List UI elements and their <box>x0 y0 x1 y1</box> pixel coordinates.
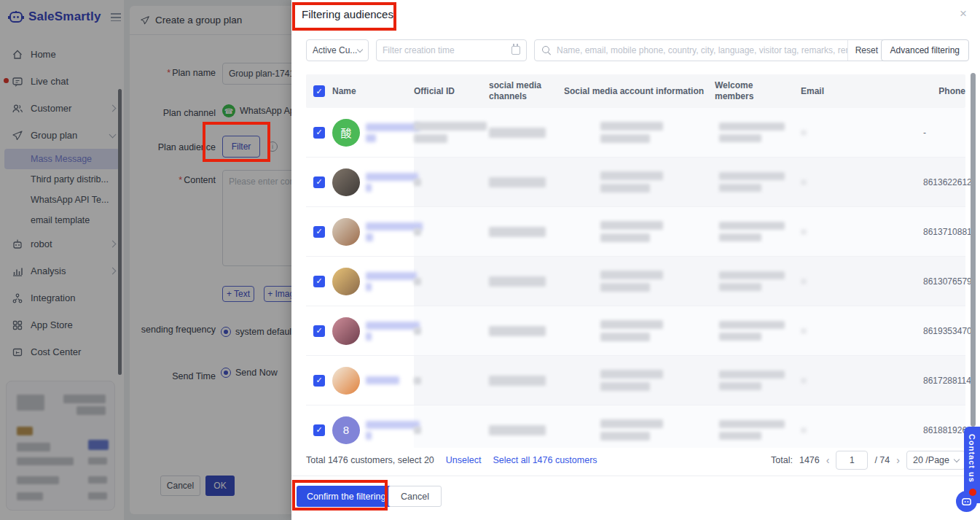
advanced-filtering-button[interactable]: Advanced filtering <box>881 39 969 61</box>
email-cell <box>801 405 923 448</box>
row-checkbox[interactable]: ✓ <box>313 276 325 287</box>
phone-cell: 8618819266 <box>923 405 965 448</box>
total-value: 1476 <box>799 455 820 465</box>
redacted-block <box>600 432 650 441</box>
row-checkbox[interactable]: ✓ <box>313 176 325 188</box>
column-header-name: Name <box>332 86 414 97</box>
row-checkbox[interactable]: ✓ <box>313 127 325 139</box>
table-row[interactable]: ✓8619353470 <box>306 306 965 356</box>
social-media-account-cell <box>564 306 715 355</box>
social-media-channels-cell <box>489 405 564 448</box>
close-icon[interactable]: × <box>955 6 971 22</box>
redacted-block <box>801 378 807 384</box>
row-checkbox[interactable]: ✓ <box>313 375 325 387</box>
redacted-block <box>489 276 546 287</box>
redacted-name <box>366 184 372 192</box>
social-media-channels-cell <box>489 306 564 355</box>
redacted-block <box>414 327 421 335</box>
page-number-input[interactable] <box>836 451 868 470</box>
name-cell: 8 <box>332 405 414 448</box>
customer-type-value: Active Cu... <box>313 45 357 55</box>
row-checkbox[interactable]: ✓ <box>313 325 325 337</box>
phone-value: 8617288114 <box>923 376 971 386</box>
redacted-block <box>489 425 546 435</box>
select-all-link[interactable]: Select all 1476 customers <box>493 455 597 465</box>
redacted-block <box>801 328 807 334</box>
welcome-members-cell <box>715 108 801 157</box>
column-header-welcome-members: Welcome members <box>715 80 801 102</box>
search-icon <box>542 46 552 55</box>
search-field[interactable]: Reset <box>534 39 886 61</box>
redacted-block <box>719 283 761 291</box>
redacted-block <box>489 177 546 187</box>
redacted-block <box>414 134 447 143</box>
search-input[interactable] <box>557 45 847 55</box>
notification-dot <box>969 489 976 496</box>
prev-page-icon[interactable]: ‹ <box>826 454 830 466</box>
table-row[interactable]: ✓8613076579 <box>306 257 965 306</box>
social-media-channels-cell <box>489 108 564 157</box>
name-cell <box>332 207 414 256</box>
creation-time-field[interactable] <box>376 39 527 61</box>
email-cell <box>801 356 923 405</box>
redacted-name <box>366 134 376 142</box>
redacted-name <box>366 233 373 241</box>
table-row[interactable]: ✓8617288114 <box>306 356 965 405</box>
row-checkbox-cell: ✓ <box>306 207 332 256</box>
table-row[interactable]: ✓88618819266 <box>306 405 965 448</box>
avatar: 8 <box>332 416 360 444</box>
table-row[interactable]: ✓8613710881 <box>306 207 965 257</box>
redacted-name <box>366 322 420 330</box>
row-checkbox[interactable]: ✓ <box>313 226 325 238</box>
avatar <box>332 168 360 196</box>
redacted-name <box>366 173 418 181</box>
redacted-block <box>719 123 785 131</box>
table-row[interactable]: ✓8613622612 <box>306 158 965 207</box>
redacted-block <box>801 427 807 433</box>
redacted-block <box>489 128 546 138</box>
table-row[interactable]: ✓酸- <box>306 108 965 158</box>
phone-cell: 8613076579 <box>923 257 965 306</box>
redacted-block <box>719 382 761 390</box>
redacted-block <box>719 321 785 329</box>
phone-cell: - <box>923 108 965 157</box>
row-checkbox[interactable]: ✓ <box>313 424 325 436</box>
email-cell <box>801 108 923 157</box>
creation-time-input[interactable] <box>383 45 511 55</box>
next-page-icon[interactable]: › <box>896 454 900 466</box>
page-size-select[interactable]: 20 /Page <box>906 451 965 470</box>
avatar: 酸 <box>332 119 360 147</box>
confirm-filtering-button[interactable]: Confirm the filtering <box>297 486 396 507</box>
redacted-block <box>719 172 785 180</box>
redacted-block <box>801 279 807 284</box>
phone-cell: 8619353470 <box>923 306 965 355</box>
table-scrollbar[interactable] <box>971 73 976 427</box>
name-cell <box>332 257 414 306</box>
page-size-value: 20 /Page <box>913 455 949 465</box>
redacted-block <box>600 370 663 379</box>
redacted-block <box>719 134 761 142</box>
official-id-cell <box>414 207 489 256</box>
total-label: Total: <box>771 455 793 465</box>
pagination: Total: 1476 ‹ / 74 › 20 /Page <box>771 451 965 470</box>
reset-button[interactable]: Reset <box>847 40 885 61</box>
table-footer: Total 1476 customers, select 20 Unselect… <box>306 449 965 471</box>
redacted-name <box>366 376 399 384</box>
modal-cancel-button[interactable]: Cancel <box>388 486 442 507</box>
official-id-cell <box>414 356 489 405</box>
phone-value: 8613710881 <box>923 227 972 237</box>
table-body: ✓酸-✓8613622612✓8613710881✓8613076579✓861… <box>306 108 980 448</box>
phone-value: 8613076579 <box>923 276 972 287</box>
chevron-down-icon <box>954 456 960 462</box>
redacted-block <box>489 376 546 386</box>
row-checkbox-cell: ✓ <box>306 405 332 448</box>
official-id-cell <box>414 405 489 448</box>
select-all-checkbox[interactable]: ✓ <box>313 85 325 97</box>
phone-value: - <box>923 128 926 138</box>
official-id-cell <box>414 306 489 355</box>
redacted-block <box>600 382 650 391</box>
unselect-link[interactable]: Unselect <box>446 455 482 465</box>
customer-type-dropdown[interactable]: Active Cu... <box>306 39 369 61</box>
contact-us-label: Contact us <box>968 434 976 483</box>
redacted-block <box>600 333 650 341</box>
